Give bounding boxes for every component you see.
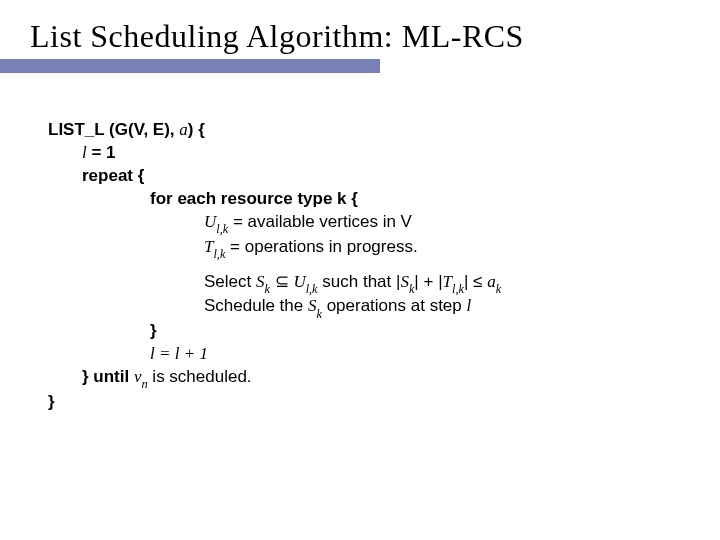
line-l-eq-1: l = 1 [48,142,720,165]
close-brace-inner: } [48,320,720,343]
sub-k1: k [264,282,269,296]
title-underline [0,59,380,73]
var-l2: l [467,296,472,315]
page-title: List Scheduling Algorithm: ML-RCS [0,18,720,55]
sub-lk-3: l,k [306,282,318,296]
var-U: U [204,212,216,231]
line-T: Tl,k = operations in progress. [48,236,720,261]
ops-prog-text: = operations in progress. [225,237,417,256]
sub-k3: k [496,282,501,296]
until-suffix: is scheduled. [148,367,252,386]
schedule-word: Schedule the [204,296,308,315]
line-schedule: Schedule the Sk operations at step l [48,295,720,320]
sub-k2: k [409,282,414,296]
slide: List Scheduling Algorithm: ML-RCS LIST_L… [0,0,720,540]
leq-sym: | ≤ [464,272,487,291]
plus-sym: | + | [414,272,442,291]
subset-sym: ⊆ [270,272,293,291]
var-a: a [487,272,496,291]
line-until: } until vn is scheduled. [48,366,720,391]
line-inc-l: l = l + 1 [48,343,720,366]
sub-k4: k [316,307,321,321]
var-v: v [134,367,142,386]
select-word: Select [204,272,256,291]
var-T2: T [443,272,452,291]
sub-lk-1: l,k [216,222,228,236]
sig-suffix: ) { [188,120,205,139]
algo-signature: LIST_L (G(V, E), a) { [48,119,720,142]
sub-n: n [142,377,148,391]
line-select: Select Sk ⊆ Ul,k such that |Sk| + |Tl,k|… [48,271,720,296]
var-U2: U [293,272,305,291]
gap [48,261,720,271]
sig-prefix: LIST_L (G(V, E), [48,120,179,139]
line-for-each: for each resource type k { [48,188,720,211]
line-repeat: repeat { [48,165,720,188]
avail-text: = available vertices in V [228,212,412,231]
var-S2: S [400,272,409,291]
line-U: Ul,k = available vertices in V [48,211,720,236]
close-brace-outer: } [48,391,720,414]
such-that: such that | [318,272,401,291]
until-prefix: } until [82,367,134,386]
eq-1: = 1 [87,143,116,162]
algorithm-body: LIST_L (G(V, E), a) { l = 1 repeat { for… [0,73,720,414]
sig-a: a [179,120,188,139]
sub-lk-4: l,k [452,282,464,296]
ops-at-text: operations at step [322,296,467,315]
sub-lk-2: l,k [213,247,225,261]
